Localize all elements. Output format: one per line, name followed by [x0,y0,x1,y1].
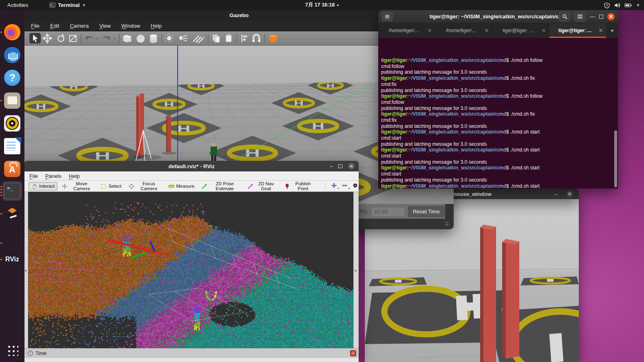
dock-item-ubuntu-software[interactable]: A [2,159,22,179]
activities-button[interactable]: Activities [5,2,31,8]
gazebo-add-cylinder-tool[interactable] [150,35,157,43]
rviz-tool-focus-camera[interactable]: Focus Camera [126,180,164,192]
rviz-titlebar[interactable]: default.rviz* - RViz – ✕ [24,161,359,171]
rviz-left-panel-handle[interactable]: ▸ [24,192,28,348]
rviz-minimize-button[interactable]: – [330,163,333,169]
gazebo-redo-button[interactable] [104,36,110,40]
time-panel-close-button[interactable] [350,350,356,356]
gazebo-menu-help[interactable]: Help [151,23,162,29]
rviz-right-panel-handle[interactable]: ◂ [353,192,359,348]
gazebo-select-tool[interactable] [29,33,41,44]
rviz-menu-panels[interactable]: Panels [45,173,62,179]
dock-item-help[interactable]: ? [2,68,22,88]
rviz-tool-interact[interactable]: Interact [29,182,57,191]
camera-view-button[interactable]: ▾ [352,182,359,190]
rviz-tool-select[interactable]: Select [98,182,124,191]
dock-item-thunderbird[interactable] [2,45,22,65]
dock-item-firefox[interactable] [2,22,22,42]
gazebo-point-light-tool[interactable] [165,34,174,43]
system-status-area[interactable]: ? ▼ [604,2,640,9]
gazebo-redo-dropdown[interactable] [113,38,116,39]
terminal-close-button[interactable]: ✕ [607,13,615,20]
gazebo-rotate-tool[interactable] [58,34,64,42]
chevron-down-icon: ▼ [636,3,640,7]
dock-item-files[interactable] [2,91,22,110]
terminal-tab-1[interactable]: /home/tiger/...✕ [378,23,435,38]
rviz-menu-file[interactable]: File [29,173,38,179]
empty-icon [11,241,14,245]
gazebo-menu-edit[interactable]: Edit [50,23,59,29]
gazebo-translate-tool[interactable] [43,34,52,43]
dock-item-terminal[interactable]: >_ [2,181,22,201]
mouse-window-minimize-button[interactable]: – [555,191,558,197]
gazebo-menu-view[interactable]: View [99,23,111,29]
terminal-prompt-line: tiger@tiger:~/VISIM_single/catkin_ws/src… [381,183,618,189]
mouse-window-title: mouse_window [452,191,492,197]
terminal-output-line: cmd:fix [381,81,618,88]
rviz-tool-measure[interactable]: Measure [165,182,197,191]
reset-time-button[interactable]: Reset Time [408,206,445,217]
new-tab-button[interactable]: ⊞ [382,12,393,21]
gazebo-align-tool[interactable] [241,35,247,42]
rviz-tool-2d-pose-estimate[interactable]: 2D Pose Estimate [198,180,243,192]
tab-close-icon[interactable]: ✕ [599,28,603,33]
gazebo-view-angle-tool[interactable] [269,35,277,42]
terminal-scrollbar[interactable] [614,130,617,187]
libreoffice-writer-icon [4,138,20,154]
tab-list-dropdown[interactable]: ▼ [607,23,618,38]
zoom-out-button[interactable]: ▾ [342,182,348,190]
gazebo-add-sphere-tool[interactable] [137,35,145,43]
rviz-icon: RViz [4,251,20,268]
dock-item-rhythmbox[interactable] [2,114,22,133]
gazebo-paste-button[interactable] [226,34,232,42]
terminal-titlebar[interactable]: ⊞ tiger@tiger: ~/VISIM_single/catkin_ws/… [378,10,618,23]
gazebo-menu-camera[interactable]: Camera [70,23,88,29]
rviz-tool-move-camera[interactable]: Move Camera [59,180,97,192]
terminal-tab-4[interactable]: tiger@tiger: ...✕ [549,23,607,38]
gazebo-spot-light-tool[interactable] [179,35,188,41]
terminal-minimize-button[interactable]: — [590,13,595,20]
terminal-tab-2[interactable]: /home/tiger/...✕ [435,23,492,38]
clock-button[interactable]: 7月 17 16:18 [305,2,339,9]
terminal-content[interactable]: tiger@tiger:~/VISIM_single/catkin_ws/src… [378,38,618,189]
gazebo-copy-button[interactable] [213,35,220,42]
search-icon [562,14,567,19]
gazebo-add-box-tool[interactable] [123,35,131,42]
dock-item-gazebo[interactable] [2,204,22,224]
rviz-close-button[interactable]: ✕ [348,163,355,169]
mouse-window-close-button[interactable]: ✕ [566,191,573,197]
gazebo-scale-tool[interactable] [70,35,76,42]
rviz-menu-help[interactable]: Help [69,173,80,179]
app-menu[interactable]: >_ Terminal ▼ [49,2,86,8]
rviz-maximize-button[interactable] [338,165,342,168]
gazebo-icon [4,206,20,222]
terminal-maximize-button[interactable] [599,15,603,19]
terminal-prompt-line: tiger@tiger:~/VISIM_single/catkin_ws/src… [381,111,618,117]
resize-grip-icon[interactable] [445,222,450,226]
rviz-tool-2d-nav-goal[interactable]: 2D Nav Goal [245,180,280,192]
terminal-search-button[interactable] [559,12,570,22]
gazebo-undo-button[interactable] [85,36,92,40]
terminal-tab-3[interactable]: tiger@tiger: ...✕ [492,23,549,38]
tab-close-icon[interactable]: ✕ [542,28,546,33]
tab-close-icon[interactable]: ✕ [428,28,432,33]
tab-label: /home/tiger/... [439,28,483,33]
dock-item-libreoffice-writer[interactable] [2,136,22,156]
rviz-3d-viewport[interactable]: ▸ ◂ [24,192,359,348]
gazebo-undo-dropdown[interactable] [95,38,98,39]
dock-item-rviz[interactable]: RViz [2,250,22,269]
terminal-prompt-line: tiger@tiger:~/VISIM_single/catkin_ws/src… [381,93,618,99]
rviz-time-panel[interactable]: Time [24,348,359,358]
rviz-tool-publish-point[interactable]: Publish Point [281,180,317,192]
tab-close-icon[interactable]: ✕ [485,28,489,33]
running-indicator [0,242,2,244]
terminal-icon: >_ [4,183,20,199]
gazebo-snap-tool[interactable] [253,35,260,42]
terminal-menu-button[interactable] [574,12,586,22]
zoom-in-button[interactable]: ▾ [331,182,337,190]
gazebo-menu-file[interactable]: File [31,23,40,29]
gazebo-menu-window[interactable]: Window [121,23,140,29]
show-applications-button[interactable] [2,341,22,359]
mouse-window-titlebar[interactable]: mouse_window – ✕ [446,189,579,199]
gazebo-directional-light-tool[interactable] [193,36,204,43]
